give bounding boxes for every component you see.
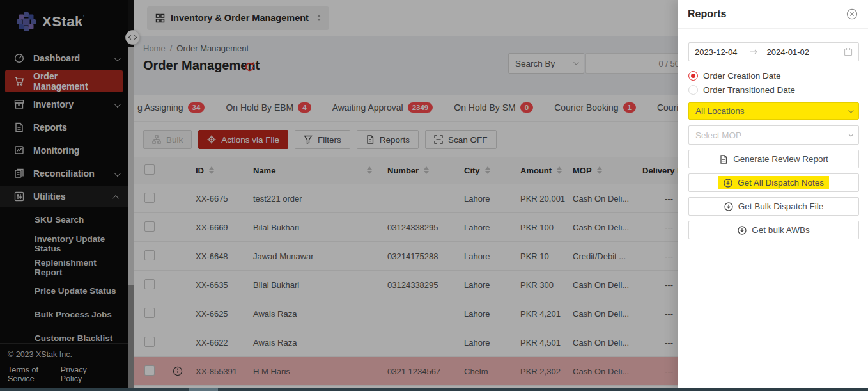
get-all-dispatch-notes-button[interactable]: Get All Dispatch Notes — [688, 173, 859, 192]
drawer-mask[interactable] — [0, 0, 678, 391]
get-all-dispatch-notes-label: Get All Dispatch Notes — [738, 178, 824, 188]
radio-label: Order Creation Date — [703, 71, 781, 81]
radio-unselected-icon — [688, 85, 698, 95]
date-type-radio-group: Order Creation Date Order Transitioned D… — [688, 68, 859, 97]
chevron-down-icon — [848, 131, 853, 136]
app-root: XStak' Dashboard Order Management — [0, 0, 868, 391]
radio-selected-icon — [688, 71, 698, 81]
drawer-header: Reports — [678, 0, 868, 29]
get-bulk-awbs-label: Get bulk AWBs — [752, 225, 809, 235]
radio-order-transitioned-date[interactable]: Order Transitioned Date — [688, 83, 859, 97]
date-range-picker[interactable]: 2023-12-04 2024-01-02 — [688, 42, 859, 61]
date-range-end[interactable]: 2024-01-02 — [767, 47, 810, 57]
arrow-right-icon — [749, 49, 758, 55]
horizontal-scrollbar[interactable] — [0, 388, 868, 391]
get-bulk-dispatch-file-button[interactable]: Get Bulk Dispatch File — [688, 197, 859, 216]
generate-review-report-button[interactable]: Generate Review Report — [688, 150, 859, 168]
generate-review-report-label: Generate Review Report — [733, 154, 828, 164]
reports-drawer: Reports 2023-12-04 2024-01-02 Order Crea… — [678, 0, 868, 391]
get-bulk-dispatch-file-label: Get Bulk Dispatch File — [738, 202, 824, 211]
download-icon — [724, 179, 732, 188]
chevron-down-icon — [848, 108, 853, 113]
file-icon — [719, 155, 728, 164]
mop-select[interactable]: Select MOP — [688, 125, 859, 145]
get-bulk-awbs-button[interactable]: Get bulk AWBs — [688, 221, 859, 239]
radio-label: Order Transitioned Date — [703, 85, 795, 95]
close-circle-icon[interactable] — [846, 8, 858, 20]
location-select[interactable]: All Locations — [688, 102, 859, 120]
location-select-value: All Locations — [695, 106, 745, 116]
drawer-title: Reports — [688, 8, 726, 20]
download-icon — [738, 226, 747, 235]
calendar-icon — [844, 47, 853, 56]
highlight-wrapper: Get All Dispatch Notes — [718, 176, 829, 189]
horizontal-scrollbar-thumb[interactable] — [189, 388, 218, 391]
mop-select-placeholder: Select MOP — [695, 131, 741, 140]
drawer-body: 2023-12-04 2024-01-02 Order Creation Dat… — [678, 29, 868, 239]
date-range-start[interactable]: 2023-12-04 — [695, 47, 738, 57]
radio-order-creation-date[interactable]: Order Creation Date — [688, 68, 859, 83]
download-icon — [724, 202, 733, 211]
